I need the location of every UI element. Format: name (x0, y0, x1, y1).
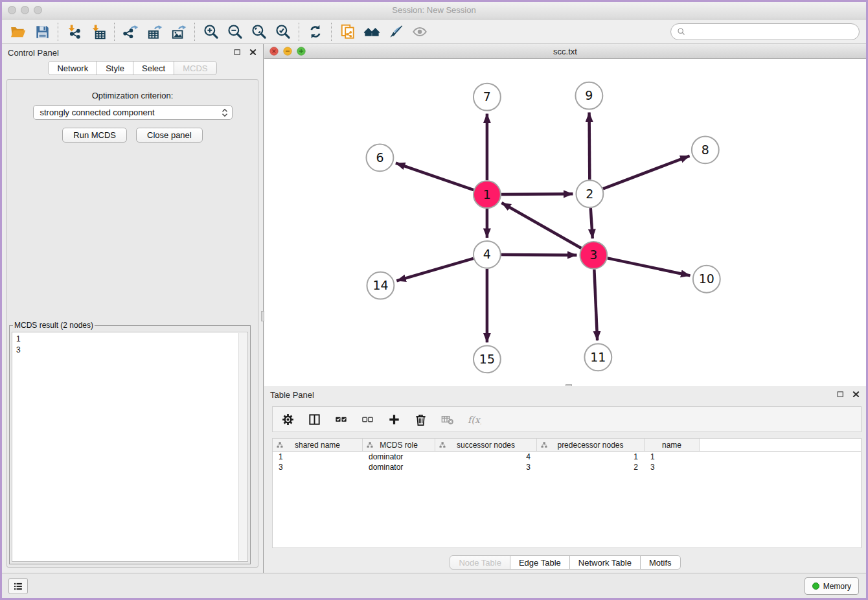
import-table-icon[interactable] (86, 21, 110, 42)
search-input[interactable] (689, 27, 854, 38)
edge-1-2[interactable] (501, 194, 573, 194)
column-header-name[interactable]: name (645, 439, 700, 451)
mcds-result-text[interactable]: 13 (12, 332, 248, 562)
column-header-shared-name[interactable]: shared name (273, 439, 363, 451)
node-14[interactable]: 14 (367, 272, 394, 299)
tab-network[interactable]: Network (48, 61, 97, 75)
tab-style[interactable]: Style (97, 61, 133, 75)
float-panel-icon[interactable] (233, 47, 242, 57)
table-panel-header: Table Panel (264, 386, 866, 403)
node-4[interactable]: 4 (474, 241, 501, 268)
select-all-icon[interactable] (332, 411, 349, 428)
control-panel-header: Control Panel (2, 44, 263, 61)
edge-4-14[interactable] (396, 259, 474, 281)
memory-button[interactable]: Memory (805, 577, 859, 595)
optimization-criterion-label: Optimization criterion: (7, 91, 258, 100)
control-panel-tabs: NetworkStyleSelectMCDS (2, 61, 263, 75)
memory-label: Memory (823, 582, 851, 591)
cell-name[interactable]: 3 (645, 462, 700, 472)
zoom-fit-icon[interactable] (247, 21, 271, 42)
network-graph[interactable]: 7968124314101511 (264, 59, 866, 386)
node-8[interactable]: 8 (692, 136, 719, 163)
clone-network-icon[interactable] (336, 21, 360, 42)
deselect-all-icon[interactable] (359, 411, 376, 428)
edge-3-10[interactable] (608, 258, 691, 275)
edge-2-9[interactable] (589, 113, 590, 180)
zoom-out-icon[interactable] (223, 21, 247, 42)
cell-MCDS-role[interactable]: dominator (363, 452, 435, 462)
table-toolbar: f(x) (272, 406, 862, 432)
node-1[interactable]: 1 (474, 181, 501, 208)
node-7[interactable]: 7 (474, 84, 501, 111)
table-row[interactable]: 1dominator411 (273, 452, 861, 462)
column-header-predecessor-nodes[interactable]: predecessor nodes (537, 439, 645, 451)
zoom-in-icon[interactable] (199, 21, 223, 42)
refresh-icon[interactable] (303, 21, 327, 42)
cell-predecessor-nodes[interactable]: 2 (537, 462, 645, 472)
close-panel-button[interactable]: Close panel (136, 128, 203, 143)
session-home-icon[interactable] (360, 21, 383, 42)
app-title: Session: New Session (2, 5, 866, 15)
run-mcds-button[interactable]: Run MCDS (62, 128, 127, 143)
cell-successor-nodes[interactable]: 3 (435, 462, 537, 472)
save-icon[interactable] (30, 21, 54, 42)
cell-MCDS-role[interactable]: dominator (363, 462, 435, 472)
tab-select[interactable]: Select (133, 61, 174, 75)
node-9[interactable]: 9 (575, 82, 602, 110)
network-view-window: scc.txt 7968124314101511 (264, 44, 866, 386)
result-scrollbar[interactable] (238, 333, 247, 560)
svg-text:f(x): f(x) (467, 414, 481, 424)
tab-network-table[interactable]: Network Table (569, 555, 641, 570)
zoom-selected-icon[interactable] (271, 21, 295, 42)
optimization-criterion-select[interactable]: strongly connected component (33, 105, 233, 120)
column-header-successor-nodes[interactable]: successor nodes (435, 439, 537, 451)
columns-icon[interactable] (306, 411, 323, 428)
cell-shared-name[interactable]: 3 (273, 462, 363, 472)
tab-node-table[interactable]: Node Table (450, 555, 510, 570)
edge-3-1[interactable] (501, 203, 581, 248)
edge-1-6[interactable] (396, 163, 474, 190)
edge-2-8[interactable] (603, 156, 690, 189)
svg-text:14: 14 (372, 278, 388, 292)
node-10[interactable]: 10 (693, 266, 720, 293)
search-box[interactable] (670, 23, 860, 40)
float-table-panel-icon[interactable] (836, 389, 845, 399)
cell-shared-name[interactable]: 1 (273, 452, 363, 462)
style-brush-icon[interactable] (383, 21, 407, 42)
node-3[interactable]: 3 (580, 242, 607, 269)
hide-details-icon (407, 21, 431, 42)
column-header-MCDS-role[interactable]: MCDS role (363, 439, 435, 451)
tab-motifs[interactable]: Motifs (640, 555, 681, 570)
result-line: 1 (16, 334, 236, 345)
edge-3-11[interactable] (594, 270, 597, 341)
mcds-result-box: MCDS result (2 nodes) 13 (9, 321, 251, 564)
svg-text:4: 4 (483, 247, 491, 261)
edge-4-3[interactable] (501, 255, 577, 255)
node-2[interactable]: 2 (576, 180, 603, 207)
table-row[interactable]: 3dominator323 (273, 462, 861, 472)
cell-successor-nodes[interactable]: 4 (435, 452, 537, 462)
tab-mcds[interactable]: MCDS (174, 61, 216, 75)
export-image-icon[interactable] (166, 21, 190, 42)
app-titlebar: Session: New Session (2, 2, 866, 19)
edge-2-3[interactable] (591, 208, 593, 238)
svg-text:15: 15 (479, 352, 495, 366)
export-table-icon[interactable] (143, 21, 166, 42)
node-15[interactable]: 15 (474, 345, 501, 373)
cell-name[interactable]: 1 (645, 452, 700, 462)
network-canvas[interactable]: 7968124314101511 (264, 59, 866, 386)
open-folder-icon[interactable] (6, 21, 30, 42)
close-table-panel-icon[interactable] (851, 389, 861, 399)
svg-text:9: 9 (585, 88, 593, 102)
delete-column-icon[interactable] (412, 411, 429, 428)
add-column-icon[interactable] (385, 411, 402, 428)
import-network-icon[interactable] (62, 21, 86, 42)
export-network-icon[interactable] (119, 21, 143, 42)
gear-icon[interactable] (279, 411, 296, 428)
cell-predecessor-nodes[interactable]: 1 (537, 452, 645, 462)
node-11[interactable]: 11 (584, 343, 611, 371)
close-panel-icon[interactable] (248, 47, 258, 57)
tab-edge-table[interactable]: Edge Table (510, 555, 570, 570)
task-history-button[interactable] (8, 578, 28, 594)
node-6[interactable]: 6 (366, 144, 393, 171)
